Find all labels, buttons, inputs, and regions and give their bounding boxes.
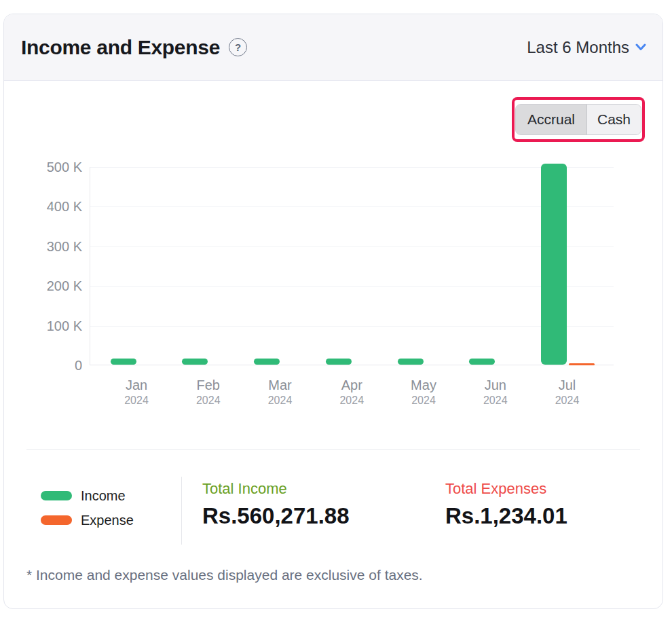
income-expense-chart: 0100 K200 K300 K400 K500 KJan2024Feb2024… xyxy=(4,14,663,449)
legend-label-expense: Expense xyxy=(81,513,134,528)
income-bar[interactable] xyxy=(182,359,208,365)
income-bar[interactable] xyxy=(398,359,424,365)
x-axis-year: 2024 xyxy=(319,395,384,407)
x-axis-label: Apr2024 xyxy=(319,378,384,407)
x-axis-label: Jul2024 xyxy=(535,378,600,407)
x-axis-month: Feb xyxy=(176,378,241,392)
x-axis-year: 2024 xyxy=(176,395,241,407)
x-axis-label: Jan2024 xyxy=(104,378,169,407)
y-axis-tick-label: 100 K xyxy=(21,318,82,333)
y-axis-tick-label: 300 K xyxy=(21,239,82,254)
legend-item-expense[interactable]: Expense xyxy=(41,513,134,528)
tax-disclaimer-note: * Income and expense values displayed ar… xyxy=(26,567,423,583)
x-axis-month: Jan xyxy=(104,378,169,392)
gridline xyxy=(90,326,614,327)
x-axis-year: 2024 xyxy=(535,395,600,407)
total-income-block: Total Income Rs.560,271.88 xyxy=(202,480,350,532)
section-divider xyxy=(26,449,640,450)
gridline xyxy=(90,246,614,247)
total-expenses-value: Rs.1,234.01 xyxy=(445,500,567,532)
dashboard-page: Income and Expense ? Last 6 Months Accru… xyxy=(0,0,672,622)
x-axis-label: Jun2024 xyxy=(463,378,528,407)
income-bar[interactable] xyxy=(541,164,567,365)
x-axis-year: 2024 xyxy=(104,395,169,407)
x-axis-year: 2024 xyxy=(248,395,313,407)
x-axis-month: Mar xyxy=(248,378,313,392)
x-axis-label: Mar2024 xyxy=(248,378,313,407)
x-axis-label: May2024 xyxy=(391,378,456,407)
income-expense-widget: Income and Expense ? Last 6 Months Accru… xyxy=(3,14,663,609)
gridline xyxy=(90,286,614,287)
x-axis-year: 2024 xyxy=(463,395,528,407)
income-bar[interactable] xyxy=(326,359,352,365)
total-expenses-label: Total Expenses xyxy=(445,480,567,498)
expense-legend-swatch xyxy=(41,515,72,525)
income-bar[interactable] xyxy=(111,359,136,365)
total-expenses-block: Total Expenses Rs.1,234.01 xyxy=(445,480,567,532)
y-axis-tick-label: 200 K xyxy=(21,278,82,293)
y-axis-tick-label: 400 K xyxy=(21,199,82,214)
x-axis-label: Feb2024 xyxy=(176,378,241,407)
total-income-label: Total Income xyxy=(202,480,350,498)
income-bar[interactable] xyxy=(469,359,495,365)
total-income-value: Rs.560,271.88 xyxy=(202,500,350,532)
x-axis-month: Apr xyxy=(319,378,384,392)
gridline xyxy=(90,167,614,168)
income-bar[interactable] xyxy=(254,359,280,365)
expense-bar[interactable] xyxy=(569,363,595,365)
x-axis-month: May xyxy=(391,378,456,392)
x-axis-month: Jul xyxy=(535,378,600,392)
chart-legend: Income Expense xyxy=(41,488,134,537)
legend-totals-divider xyxy=(181,477,182,545)
x-axis-month: Jun xyxy=(463,378,528,392)
income-legend-swatch xyxy=(41,491,72,500)
x-axis-year: 2024 xyxy=(391,395,456,407)
gridline xyxy=(90,206,614,207)
legend-item-income[interactable]: Income xyxy=(41,488,134,503)
plot-area xyxy=(90,167,614,365)
y-axis-tick-label: 0 xyxy=(21,358,82,373)
legend-label-income: Income xyxy=(81,488,126,504)
y-axis-tick-label: 500 K xyxy=(21,160,82,175)
